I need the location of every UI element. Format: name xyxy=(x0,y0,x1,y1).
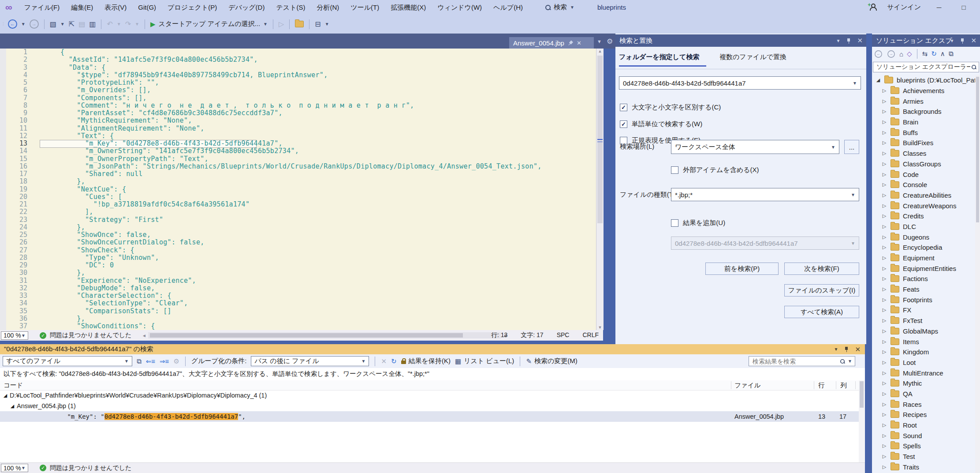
start-debug-button[interactable]: ▶ スタートアップ アイテムの選択... ▼ xyxy=(150,20,268,28)
tree-item-mythic[interactable]: ▷Mythic xyxy=(872,378,980,389)
code-line[interactable]: 37 "ShowConditions": { xyxy=(0,323,596,330)
clear-results-icon[interactable]: ✕ xyxy=(381,357,387,365)
indent-mode[interactable]: SPC xyxy=(557,331,570,339)
expanded-icon[interactable]: ◢ xyxy=(3,393,8,398)
navigate-forward-button[interactable]: → xyxy=(30,19,39,29)
close-icon[interactable]: ✕ xyxy=(855,345,861,353)
code-line[interactable]: 31 "Experience": "NoExperience", xyxy=(0,277,596,285)
collapsed-icon[interactable]: ▷ xyxy=(882,266,887,271)
tree-item-equipmententities[interactable]: ▷EquipmentEntities xyxy=(872,263,980,274)
close-icon[interactable]: ✕ xyxy=(577,40,581,46)
keep-results-button[interactable]: 結果を保持(K) xyxy=(401,357,451,365)
code-line[interactable]: 8 "Comment": "н и ч е г о н е д а е т , … xyxy=(0,102,596,109)
tab-list-dropdown-icon[interactable]: ▼ xyxy=(597,39,602,44)
forward-icon[interactable]: → xyxy=(887,50,895,58)
collapsed-icon[interactable]: ▷ xyxy=(882,192,887,198)
attach-folder-icon[interactable] xyxy=(295,21,304,27)
switch-views-icon[interactable]: ◇ xyxy=(907,50,912,58)
collapsed-icon[interactable]: ▷ xyxy=(882,255,887,261)
collapsed-icon[interactable]: ▷ xyxy=(882,328,887,334)
tree-item-recipes[interactable]: ▷Recipes xyxy=(872,409,980,420)
menu-item[interactable]: 編集(E) xyxy=(65,0,99,15)
collapsed-icon[interactable]: ▷ xyxy=(882,276,887,282)
column-code[interactable]: コード xyxy=(4,381,23,390)
code-line[interactable]: 28 "Type": "Unknown", xyxy=(0,254,596,262)
solution-explorer-search-box[interactable] xyxy=(873,62,979,72)
editor-vertical-scrollbar[interactable]: ▲ ▼ xyxy=(596,49,604,330)
pin-icon[interactable] xyxy=(567,39,574,46)
tree-item-fx[interactable]: ▷FX xyxy=(872,305,980,315)
tree-item-encyclopedia[interactable]: ▷Encyclopedia xyxy=(872,242,980,253)
tree-item-multientrance[interactable]: ▷MultiEntrance xyxy=(872,368,980,378)
find-what-combobox[interactable]: ▼ xyxy=(619,76,861,90)
menu-item[interactable]: プロジェクト(P) xyxy=(162,0,223,15)
close-icon[interactable]: ✕ xyxy=(971,37,976,45)
collapsed-icon[interactable]: ▷ xyxy=(882,339,887,345)
collapsed-icon[interactable]: ▷ xyxy=(882,391,887,397)
code-line[interactable]: 29 "DC": 0 xyxy=(0,262,596,269)
undo-dropdown-icon[interactable]: ▼ xyxy=(117,22,121,26)
code-line[interactable]: 4 "$type": "df78945bb9f434e40b897758499c… xyxy=(0,71,596,79)
back-dropdown-icon[interactable]: ▼ xyxy=(21,22,26,26)
redo-dropdown-icon[interactable]: ▼ xyxy=(135,22,139,26)
tree-item-footprints[interactable]: ▷Footprints xyxy=(872,294,980,305)
tab-find-in-files[interactable]: フォルダーを指定して検索 xyxy=(619,53,699,61)
collapsed-icon[interactable]: ▷ xyxy=(882,412,887,417)
undo-icon[interactable]: ↶ xyxy=(107,20,112,28)
code-line[interactable]: 14 "m_OwnerString": "141afc5e7f3f9c04a80… xyxy=(0,147,596,155)
scrollbar-thumb[interactable] xyxy=(860,381,864,408)
checkbox[interactable]: ✓ xyxy=(620,120,627,128)
code-line[interactable]: 10 "MythicRequirement": "None", xyxy=(0,117,596,124)
code-line[interactable]: 2 "AssetId": "141afc5e7f3f9c04a800ec456b… xyxy=(0,56,596,64)
collapse-all-icon[interactable]: ⇒≡ xyxy=(160,357,169,365)
code-line[interactable]: 30 }, xyxy=(0,269,596,277)
tree-item-races[interactable]: ▷Races xyxy=(872,399,980,409)
collapsed-icon[interactable]: ▷ xyxy=(882,244,887,250)
skip-file-button[interactable]: ファイルのスキップ(I) xyxy=(784,284,859,297)
tree-item-classgroups[interactable]: ▷ClassGroups xyxy=(872,159,980,169)
code-line[interactable]: 27 "ShowCheck": { xyxy=(0,247,596,254)
editor-horizontal-scrollbar[interactable] xyxy=(148,332,501,338)
column-file[interactable]: ファイル xyxy=(734,381,760,390)
menu-item[interactable]: Git(G) xyxy=(132,0,162,15)
tab-replace-in-files[interactable]: 複数のファイルで置換 xyxy=(719,53,786,61)
save-all-icon[interactable]: ▥ xyxy=(89,20,96,28)
menu-item[interactable]: ツール(T) xyxy=(345,0,385,15)
include-external-row[interactable]: 外部アイテムを含める(X) xyxy=(671,166,759,174)
new-project-icon[interactable]: ▧ xyxy=(50,20,56,28)
append-results-checkbox[interactable] xyxy=(671,219,678,227)
collapsed-icon[interactable]: ▷ xyxy=(882,360,887,365)
tree-item-buffs[interactable]: ▷Buffs xyxy=(872,127,980,138)
browse-button[interactable]: ... xyxy=(844,140,859,154)
code-line[interactable]: 26 "ShowOnceCurrentDialog": false, xyxy=(0,239,596,246)
pin-icon[interactable] xyxy=(846,38,851,44)
collapsed-icon[interactable]: ▷ xyxy=(882,203,887,209)
expand-all-icon[interactable]: ⇐≡ xyxy=(146,357,155,365)
code-line[interactable]: 13 "m_Key": "0d4278e8-d46b-4f43-b42d-5df… xyxy=(0,140,596,147)
sign-in-button[interactable]: サインイン xyxy=(887,3,921,11)
home-icon[interactable]: ⌂ xyxy=(899,50,903,58)
collapsed-icon[interactable]: ▷ xyxy=(882,119,887,125)
navigate-back-button[interactable]: ← xyxy=(8,19,17,29)
code-line[interactable]: 5 "PrototypeLink": "", xyxy=(0,79,596,86)
checkbox[interactable]: ✓ xyxy=(620,104,627,111)
collapsed-icon[interactable]: ▷ xyxy=(882,402,887,407)
collapsed-icon[interactable]: ▷ xyxy=(882,307,887,313)
line-ending[interactable]: CRLF xyxy=(582,331,599,339)
code-line[interactable]: 35 "ComparisonStats": [] xyxy=(0,308,596,315)
modify-search-button[interactable]: ✎ 検索の変更(M) xyxy=(526,357,577,365)
list-view-button[interactable]: ▦ リスト ビュー(L) xyxy=(455,357,514,365)
collapsed-icon[interactable]: ▷ xyxy=(882,454,887,459)
include-external-checkbox[interactable] xyxy=(671,166,678,174)
collapsed-icon[interactable]: ▷ xyxy=(882,88,887,94)
zoom-selector[interactable]: 100 % ▼ xyxy=(1,464,28,472)
code-editor[interactable]: 1{2 "AssetId": "141afc5e7f3f9c04a800ec45… xyxy=(0,49,596,330)
menu-item[interactable]: 表示(V) xyxy=(99,0,132,15)
settings-icon[interactable]: ⚙ xyxy=(173,357,179,365)
tree-item-fxtest[interactable]: ▷FxTest xyxy=(872,315,980,326)
tree-item-spells[interactable]: ▷Spells xyxy=(872,441,980,451)
menu-item[interactable]: ファイル(F) xyxy=(19,0,66,15)
problems-status[interactable]: 問題は見つかりませんでした xyxy=(50,331,131,339)
tab-answer-0054[interactable]: Answer_0054.jbp ✕ xyxy=(509,37,594,49)
pin-icon[interactable] xyxy=(960,38,965,44)
